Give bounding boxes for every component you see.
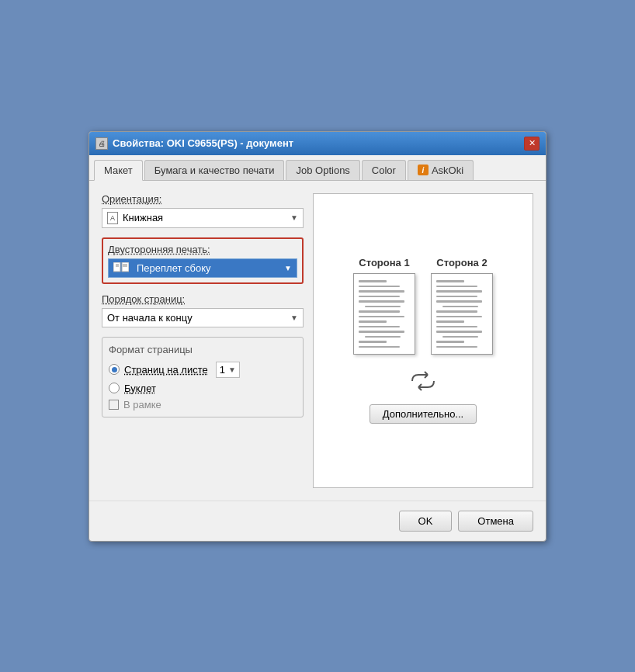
line (359, 341, 387, 343)
page1-container (353, 273, 415, 355)
pages-per-sheet-radio[interactable] (109, 364, 120, 375)
pages-count-dropdown[interactable]: 1 ▼ (216, 362, 240, 378)
page-format-group: Формат страницы Страниц на листе 1 ▼ Бу (102, 337, 304, 417)
preview-page1: Сторона 1 (353, 257, 415, 355)
line (436, 310, 477, 313)
dialog-window: 🖨 Свойства: OKI C9655(PS) - документ ✕ М… (88, 131, 547, 542)
line (359, 316, 404, 318)
line (436, 326, 477, 328)
line (442, 306, 478, 308)
page1-doc (353, 273, 415, 355)
title-bar-left: 🖨 Свойства: OKI C9655(PS) - документ (95, 137, 293, 150)
orientation-arrow-icon: ▼ (290, 213, 298, 222)
line (359, 286, 400, 288)
line (365, 306, 401, 308)
line (436, 331, 482, 333)
tab-maket[interactable]: Макет (94, 160, 143, 181)
pages-count-value: 1 (220, 364, 225, 376)
flip-icon (409, 370, 437, 397)
line (436, 290, 482, 293)
orientation-label: Ориентация: (102, 193, 304, 205)
booklet-label: Буклет (124, 383, 156, 394)
line (436, 300, 482, 303)
orientation-dropdown-inner: A Книжная (107, 212, 163, 224)
page-order-arrow-icon: ▼ (290, 313, 298, 322)
line (359, 296, 400, 298)
portrait-icon: A (107, 212, 118, 224)
svg-rect-0 (113, 262, 120, 272)
title-bar: 🖨 Свойства: OKI C9655(PS) - документ ✕ (89, 132, 546, 155)
orientation-dropdown[interactable]: A Книжная ▼ (102, 208, 304, 228)
tab-askoki[interactable]: i AskOki (408, 160, 474, 180)
info-icon: i (418, 165, 429, 175)
line (359, 310, 400, 313)
booklet-radio[interactable] (109, 383, 120, 393)
right-panel: Сторона 1 (313, 193, 533, 488)
line (359, 331, 404, 333)
advanced-button[interactable]: Дополнительно... (370, 404, 477, 424)
line (436, 320, 464, 323)
format-title: Формат страницы (109, 344, 297, 355)
line (359, 346, 400, 348)
pages-count-arrow-icon: ▼ (228, 365, 236, 374)
in-frame-label: В рамке (123, 399, 161, 410)
svg-rect-1 (122, 262, 129, 272)
duplex-section: Двусторонняя печать: Переплет (102, 237, 304, 284)
line (436, 341, 464, 343)
duplex-value: Переплет сбоку (137, 262, 211, 274)
line (359, 280, 387, 282)
line (436, 286, 477, 288)
main-layout: Ориентация: A Книжная ▼ Двусторонняя печ… (102, 193, 533, 488)
duplex-dropdown[interactable]: Переплет сбоку ▼ (108, 258, 297, 278)
window-title: Свойства: OKI C9655(PS) - документ (113, 137, 293, 149)
line (436, 346, 477, 348)
line (359, 300, 404, 303)
tab-joboptions[interactable]: Job Options (286, 160, 359, 180)
preview-page2: Сторона 2 (431, 257, 493, 355)
page2-container (431, 273, 493, 355)
page-order-dropdown[interactable]: От начала к концу ▼ (102, 308, 304, 327)
cancel-button[interactable]: Отмена (458, 511, 533, 532)
duplex-label: Двусторонняя печать: (108, 244, 297, 255)
in-frame-checkbox[interactable] (109, 400, 119, 410)
line (359, 320, 387, 323)
duplex-arrow-icon: ▼ (284, 264, 292, 272)
close-button[interactable]: ✕ (524, 137, 540, 151)
content-area: Ориентация: A Книжная ▼ Двусторонняя печ… (89, 181, 546, 501)
tab-bar: Макет Бумага и качество печати Job Optio… (89, 155, 546, 181)
duplex-icon (113, 262, 129, 273)
left-panel: Ориентация: A Книжная ▼ Двусторонняя печ… (102, 193, 304, 488)
in-frame-row: В рамке (109, 399, 297, 410)
page1-title: Сторона 1 (359, 257, 409, 268)
dialog-buttons: OK Отмена (89, 501, 546, 541)
line (359, 290, 404, 293)
line (436, 280, 464, 282)
tab-paper[interactable]: Бумага и качество печати (144, 160, 285, 180)
line (365, 336, 401, 338)
page2-doc (431, 273, 493, 355)
ok-button[interactable]: OK (399, 511, 453, 532)
duplex-dropdown-inner: Переплет сбоку (113, 262, 211, 274)
advanced-row: Дополнительно... (370, 404, 477, 424)
tab-color[interactable]: Color (362, 160, 406, 180)
line (436, 296, 477, 298)
printer-icon: 🖨 (95, 137, 108, 150)
orientation-value: Книжная (123, 212, 163, 223)
page-order-label: Порядок страниц: (102, 293, 304, 305)
page-order-value: От начала к концу (107, 312, 193, 324)
pages-per-sheet-label: Страниц на листе (124, 364, 208, 376)
booklet-row: Буклет (109, 383, 297, 394)
line (442, 336, 478, 338)
pages-per-sheet-row: Страниц на листе 1 ▼ (109, 362, 297, 378)
line (359, 326, 400, 328)
line (436, 316, 482, 318)
preview-pages: Сторона 1 (353, 257, 493, 355)
page2-title: Сторона 2 (436, 257, 487, 268)
